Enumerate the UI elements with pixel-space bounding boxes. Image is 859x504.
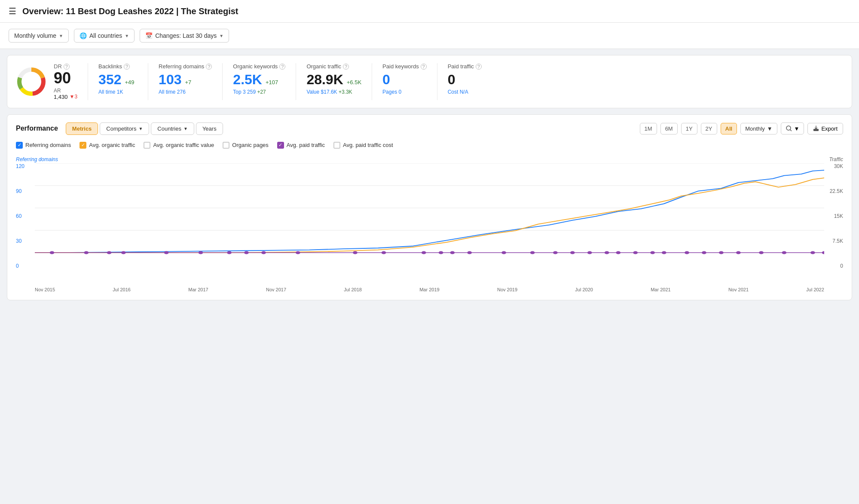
organic-traffic-value: 28.9K (306, 72, 343, 87)
backlinks-value: 352 (98, 72, 121, 87)
dr-value: 90 (54, 70, 77, 87)
svg-point-32 (570, 251, 575, 254)
monthly-volume-button[interactable]: Monthly volume ▼ (9, 29, 69, 43)
ar-label: AR (54, 88, 77, 94)
toolbar: Monthly volume ▼ 🌐 All countries ▼ 📅 Cha… (0, 23, 859, 49)
svg-point-46 (822, 251, 824, 254)
svg-point-41 (719, 251, 724, 254)
tab-competitors[interactable]: Competitors ▼ (100, 122, 149, 135)
tab-metrics[interactable]: Metrics (66, 122, 98, 135)
ar-value: 1,430 ▼3 (54, 94, 77, 100)
svg-point-21 (261, 251, 266, 254)
referring-domains-delta: +7 (185, 79, 192, 86)
chevron-down-icon: ▼ (183, 126, 188, 131)
legend-referring-domains[interactable]: ✓ Referring domains (16, 142, 71, 149)
referring-domains-metric: Referring domains ? 103 +7 All time 276 (148, 63, 223, 100)
legend-row: ✓ Referring domains ✓ Avg. organic traff… (16, 142, 843, 149)
svg-point-18 (199, 251, 203, 254)
time-1m-button[interactable]: 1M (640, 123, 657, 134)
calendar-icon: 📅 (145, 32, 153, 39)
svg-point-30 (530, 251, 535, 254)
legend-avg-organic-traffic-value[interactable]: Avg. organic traffic value (144, 142, 214, 149)
paid-keywords-info-icon[interactable]: ? (421, 64, 427, 70)
time-2y-button[interactable]: 2Y (701, 123, 717, 134)
referring-domains-info-icon[interactable]: ? (206, 64, 212, 70)
organic-keywords-value: 2.5K (233, 72, 262, 87)
legend-avg-organic-traffic[interactable]: ✓ Avg. organic traffic (79, 142, 135, 149)
performance-tabs: Performance Metrics Competitors ▼ Countr… (16, 122, 223, 135)
backlinks-delta: +49 (125, 79, 135, 86)
legend-avg-paid-traffic[interactable]: ✓ Avg. paid traffic (277, 142, 325, 149)
paid-traffic-info-icon[interactable]: ? (476, 64, 482, 70)
svg-point-34 (605, 251, 609, 254)
organic-traffic-metric: Organic traffic ? 28.9K +6.5K Value $17.… (296, 63, 372, 100)
svg-point-39 (685, 251, 689, 254)
dr-donut-chart (16, 66, 47, 97)
svg-point-31 (553, 251, 558, 254)
svg-point-14 (84, 251, 89, 254)
all-countries-button[interactable]: 🌐 All countries ▼ (74, 29, 135, 43)
svg-point-35 (616, 251, 621, 254)
organic-traffic-info-icon[interactable]: ? (343, 64, 349, 70)
globe-icon: 🌐 (79, 32, 87, 39)
organic-traffic-delta: +6.5K (347, 79, 361, 86)
metrics-bar: DR ? 90 AR 1,430 ▼3 Backlinks ? 352 +49 … (7, 55, 852, 108)
svg-point-29 (501, 251, 506, 254)
referring-domains-value: 103 (159, 72, 181, 87)
tab-countries[interactable]: Countries ▼ (151, 122, 194, 135)
svg-point-24 (382, 251, 386, 254)
organic-traffic-sub: Value $17.6K +3.3K (306, 89, 361, 95)
svg-point-15 (107, 251, 112, 254)
performance-title: Performance (16, 125, 58, 132)
performance-panel: Performance Metrics Competitors ▼ Countr… (7, 114, 852, 300)
svg-point-28 (467, 251, 472, 254)
monthly-button[interactable]: Monthly ▼ (740, 123, 777, 134)
changes-label: Changes: Last 30 days (155, 32, 217, 39)
referring-domains-sub: All time 276 (159, 89, 212, 95)
paid-keywords-value: 0 (382, 72, 390, 87)
checkbox-avg-paid-traffic-cost (333, 142, 340, 149)
svg-point-37 (650, 251, 655, 254)
checkbox-avg-organic-traffic: ✓ (79, 142, 86, 149)
monthly-volume-label: Monthly volume (14, 32, 56, 39)
organic-keywords-sub: Top 3 259 +27 (233, 89, 285, 95)
time-1y-button[interactable]: 1Y (681, 123, 697, 134)
changes-button[interactable]: 📅 Changes: Last 30 days ▼ (140, 29, 229, 43)
svg-point-43 (759, 251, 764, 254)
checkbox-referring-domains: ✓ (16, 142, 23, 149)
svg-rect-7 (813, 129, 819, 131)
legend-avg-paid-traffic-cost[interactable]: Avg. paid traffic cost (333, 142, 393, 149)
dr-label: DR ? (54, 63, 77, 70)
svg-point-23 (353, 251, 358, 254)
time-controls: 1M 6M 1Y 2Y All Monthly ▼ ▼ E (640, 122, 843, 134)
organic-keywords-delta: +107 (266, 79, 278, 86)
search-icon-button[interactable]: ▼ (781, 122, 804, 134)
backlinks-metric: Backlinks ? 352 +49 All time 1K (88, 63, 148, 100)
y-axis-right-title: Traffic (829, 156, 843, 162)
backlinks-sub: All time 1K (98, 89, 138, 95)
dr-info: DR ? 90 AR 1,430 ▼3 (54, 63, 77, 100)
svg-point-17 (164, 251, 169, 254)
paid-traffic-sub: Cost N/A (448, 89, 487, 95)
paid-keywords-sub: Pages 0 (382, 89, 427, 95)
chart-area: 120 90 60 30 0 30K 22.5K 15K 7.5K 0 Refe… (16, 155, 843, 292)
svg-point-16 (121, 251, 126, 254)
time-6m-button[interactable]: 6M (660, 123, 678, 134)
hamburger-icon[interactable]: ☰ (9, 6, 16, 16)
organic-keywords-metric: Organic keywords ? 2.5K +107 Top 3 259 +… (223, 63, 296, 100)
legend-organic-pages[interactable]: Organic pages (223, 142, 269, 149)
x-axis-labels: Nov 2015 Jul 2016 Mar 2017 Nov 2017 Jul … (35, 287, 824, 292)
dr-section: DR ? 90 AR 1,430 ▼3 (16, 63, 88, 100)
dr-info-icon[interactable]: ? (64, 64, 70, 70)
app-header: ☰ Overview: 11 Best Dog Leashes 2022 | T… (0, 0, 859, 23)
tab-years[interactable]: Years (196, 122, 223, 135)
export-button[interactable]: Export (807, 123, 843, 134)
svg-point-44 (782, 251, 786, 254)
time-all-button[interactable]: All (721, 123, 737, 134)
organic-keywords-info-icon[interactable]: ? (279, 64, 285, 70)
backlinks-info-icon[interactable]: ? (124, 64, 130, 70)
svg-point-36 (633, 251, 638, 254)
ar-delta: ▼3 (70, 94, 78, 100)
svg-point-45 (810, 251, 815, 254)
svg-point-33 (587, 251, 592, 254)
